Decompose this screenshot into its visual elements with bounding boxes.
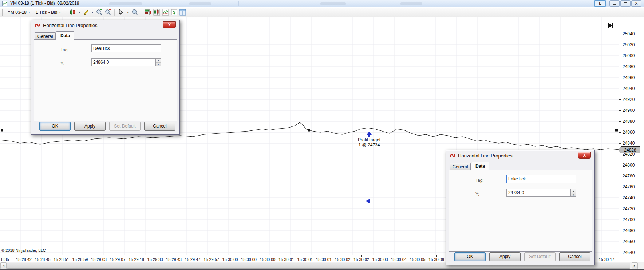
price-axis-label: 24840 — [623, 141, 635, 146]
spinner-down-icon[interactable]: ▼ — [571, 193, 576, 196]
price-axis-label: 25040 — [623, 31, 635, 36]
chart-style-dropdown[interactable]: ▼ — [77, 8, 82, 16]
horizontal-line-properties-dialog-1: Horizontal Line Properties X General Dat… — [31, 20, 180, 135]
time-axis-tick — [436, 255, 437, 257]
cancel-button[interactable]: Cancel — [559, 252, 590, 261]
tag-field[interactable]: FakeTick — [506, 175, 576, 183]
dialog-close-button[interactable]: X — [578, 152, 591, 159]
apply-button[interactable]: Apply — [74, 122, 106, 131]
time-axis-label: 15:30:02 — [353, 257, 369, 262]
ninjatrader-icon — [450, 153, 455, 159]
y-spinner[interactable]: ▲ ▼ — [156, 58, 161, 66]
time-axis-label: 15:29:03 — [91, 257, 107, 262]
cancel-button[interactable]: Cancel — [144, 122, 175, 131]
price-axis-tick — [619, 99, 621, 100]
price-axis-tick — [619, 253, 621, 253]
y-field[interactable]: 24864,0 — [91, 58, 156, 66]
time-axis-label: 15:30:01 — [297, 257, 313, 262]
tab-general[interactable]: General — [35, 32, 56, 40]
zoom-in-button[interactable] — [95, 8, 103, 16]
zoom-out-button[interactable] — [103, 8, 112, 16]
interval-selector[interactable]: 1 Tick - Bid ▼ — [33, 9, 64, 16]
ok-button[interactable]: OK — [454, 252, 486, 261]
account-icon: $ — [171, 9, 177, 15]
time-axis-label: 8:35 — [1, 257, 9, 262]
price-axis-tick — [619, 45, 621, 45]
tag-field[interactable]: RealTick — [91, 44, 161, 52]
set-default-button[interactable]: Set Default — [524, 252, 556, 261]
drawing-tools-button[interactable] — [82, 8, 90, 16]
spinner-up-icon[interactable]: ▲ — [571, 189, 576, 193]
price-axis-tick — [619, 209, 621, 209]
price-axis-label: 24660 — [623, 239, 635, 244]
scroll-left-button[interactable]: ◄ — [0, 262, 7, 269]
ok-button[interactable]: OK — [39, 122, 71, 131]
tab-general[interactable]: General — [450, 163, 471, 170]
price-axis-label: 24780 — [623, 173, 635, 179]
link-button[interactable]: L — [594, 0, 606, 7]
go-to-end-icon — [612, 23, 613, 28]
time-axis-tick — [174, 255, 174, 257]
price-axis-label: 24800 — [623, 163, 635, 168]
drawing-tools-dropdown[interactable]: ▼ — [90, 8, 95, 16]
market-analyzer-button[interactable] — [143, 8, 152, 16]
y-spinner[interactable]: ▲ ▼ — [571, 189, 576, 197]
set-default-button[interactable]: Set Default — [109, 122, 141, 131]
price-axis[interactable]: 2504025020250002498024960249402492024900… — [619, 17, 644, 255]
go-to-end-icon — [608, 23, 612, 28]
price-axis-tick — [619, 56, 621, 56]
price-axis-label: 25020 — [623, 42, 635, 47]
go-to-end-button[interactable] — [608, 22, 617, 29]
background-window-edge — [238, 1, 239, 6]
chart-style-button[interactable] — [68, 8, 77, 16]
tab-data[interactable]: Data — [471, 162, 489, 170]
chart-icon — [153, 9, 160, 16]
dialog-tab-page: Tag: FakeTick Y: 24734,0 ▲ ▼ — [449, 170, 592, 252]
chart-button[interactable] — [152, 8, 161, 16]
scroll-right-button[interactable]: ► — [632, 262, 638, 269]
zoom-out-icon — [104, 9, 111, 16]
time-axis-tick — [62, 255, 62, 257]
instrument-selector[interactable]: YM 03-18 ▼ — [5, 9, 33, 16]
time-axis-label: 15:29:57 — [204, 257, 219, 262]
window-titlebar: YM 03-18 (1 Tick - Bid) 08/02/2018 L X — [0, 0, 644, 7]
zoom-window-button[interactable] — [130, 8, 139, 16]
time-axis-label: 15:30:06 — [428, 257, 444, 262]
toolbar-separator — [114, 9, 115, 16]
grid-panel-icon — [179, 9, 186, 16]
cursor-button[interactable] — [117, 8, 126, 16]
price-axis-label: 24680 — [623, 228, 635, 233]
account-button[interactable]: $ — [170, 8, 178, 16]
dialog-titlebar[interactable]: Horizontal Line Properties X — [446, 151, 594, 161]
dialog-title: Horizontal Line Properties — [458, 153, 513, 159]
price-axis-tick — [619, 34, 621, 34]
indicator-button[interactable] — [161, 8, 170, 16]
price-axis-tick — [619, 89, 621, 89]
dialog-titlebar[interactable]: Horizontal Line Properties X — [31, 20, 179, 30]
y-field[interactable]: 24734,0 — [506, 189, 571, 197]
grid-panel-button[interactable] — [178, 8, 187, 16]
line-handle[interactable] — [1, 129, 3, 132]
time-axis-label: 15:30:05 — [410, 257, 426, 262]
spinner-down-icon[interactable]: ▼ — [156, 62, 161, 66]
price-axis-tick — [619, 78, 621, 78]
drawing-tools-icon — [83, 9, 89, 16]
price-axis-label: 24720 — [623, 206, 635, 211]
cursor-icon — [118, 9, 124, 15]
dialog-close-button[interactable]: X — [163, 21, 176, 28]
chart-window: YM 03-18 (1 Tick - Bid) 08/02/2018 L X Y… — [0, 0, 644, 270]
cursor-dropdown[interactable]: ▼ — [126, 8, 130, 16]
time-axis-tick — [212, 255, 212, 257]
time-axis-label: 15:29:43 — [166, 257, 182, 262]
line-handle[interactable] — [615, 129, 618, 132]
minimize-button[interactable] — [609, 0, 620, 7]
ninjatrader-icon — [35, 23, 40, 28]
close-button[interactable]: X — [631, 0, 641, 7]
apply-button[interactable]: Apply — [489, 252, 521, 261]
time-axis-tick — [305, 255, 305, 257]
restore-button[interactable] — [620, 0, 631, 7]
time-axis-tick — [268, 255, 268, 257]
price-axis-label: 24640 — [623, 250, 635, 255]
tab-data[interactable]: Data — [56, 31, 74, 40]
spinner-up-icon[interactable]: ▲ — [156, 59, 161, 62]
